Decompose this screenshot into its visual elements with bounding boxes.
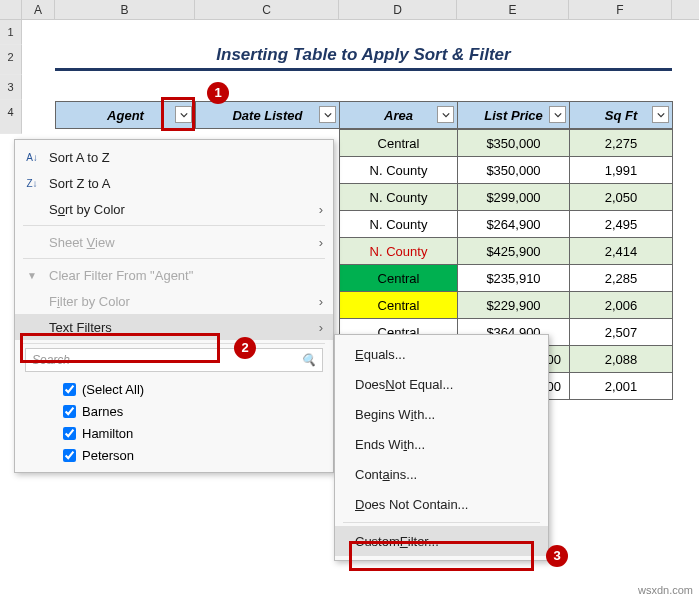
cell-price[interactable]: $299,000 <box>458 184 570 211</box>
header-area: Area <box>340 102 458 129</box>
table-row[interactable]: N. County$350,0001,991 <box>340 157 673 184</box>
page-title: Inserting Table to Apply Sort & Filter <box>55 45 672 71</box>
corner-cell[interactable] <box>0 0 22 19</box>
cell-sqft[interactable]: 2,006 <box>570 292 673 319</box>
cell-price[interactable]: $229,900 <box>458 292 570 319</box>
submenu-begins[interactable]: Begins With... <box>335 399 548 429</box>
cell-area[interactable]: N. County <box>340 238 458 265</box>
badge-3: 3 <box>546 545 568 567</box>
table-row[interactable]: Central$350,0002,275 <box>340 130 673 157</box>
col-header-a[interactable]: A <box>22 0 55 19</box>
cell-sqft[interactable]: 2,285 <box>570 265 673 292</box>
checkbox[interactable] <box>63 449 76 462</box>
check-select-all[interactable]: (Select All) <box>63 378 323 400</box>
check-label: Barnes <box>82 404 123 419</box>
table-row[interactable]: N. County$264,9002,495 <box>340 211 673 238</box>
cell-price[interactable]: $425,900 <box>458 238 570 265</box>
col-header-e[interactable]: E <box>457 0 569 19</box>
col-header-b[interactable]: B <box>55 0 195 19</box>
cell-price[interactable]: $235,910 <box>458 265 570 292</box>
table-row[interactable]: N. County$299,0002,050 <box>340 184 673 211</box>
col-header-c[interactable]: C <box>195 0 339 19</box>
submenu-ends[interactable]: Ends With... <box>335 429 548 459</box>
cell-price[interactable]: $264,900 <box>458 211 570 238</box>
filter-drop-date[interactable] <box>319 106 336 123</box>
menu-sort-za[interactable]: Z↓ Sort Z to A <box>15 170 333 196</box>
table-row[interactable]: Central$229,9002,006 <box>340 292 673 319</box>
filter-drop-sqft[interactable] <box>652 106 669 123</box>
col-header-d[interactable]: D <box>339 0 457 19</box>
menu-filter-color-label: Filter by Color <box>49 294 130 309</box>
cell-sqft[interactable]: 2,495 <box>570 211 673 238</box>
cell-sqft[interactable]: 2,275 <box>570 130 673 157</box>
chevron-right-icon: › <box>319 235 323 250</box>
cell-area[interactable]: N. County <box>340 211 458 238</box>
sort-az-icon: A↓ <box>23 148 41 166</box>
text-filters-submenu: Equals... Does Not Equal... Begins With.… <box>334 334 549 561</box>
row-header-2[interactable]: 2 <box>0 45 22 75</box>
row-header-1[interactable]: 1 <box>0 20 22 45</box>
cell-area[interactable]: N. County <box>340 157 458 184</box>
header-agent: Agent <box>56 102 196 129</box>
filter-drop-price[interactable] <box>549 106 566 123</box>
check-label: (Select All) <box>82 382 144 397</box>
row-header-4[interactable]: 4 <box>0 100 22 134</box>
checkbox[interactable] <box>63 383 76 396</box>
checkbox[interactable] <box>63 405 76 418</box>
header-date-label: Date Listed <box>232 108 302 123</box>
filter-drop-area[interactable] <box>437 106 454 123</box>
header-agent-label: Agent <box>107 108 144 123</box>
cell-sqft[interactable]: 2,088 <box>570 346 673 373</box>
menu-sort-az[interactable]: A↓ Sort A to Z <box>15 144 333 170</box>
cell-area[interactable]: N. County <box>340 184 458 211</box>
menu-text-filters-label: Text Filters <box>49 320 112 335</box>
check-agent-1[interactable]: Hamilton <box>63 422 323 444</box>
cell-price[interactable]: $350,000 <box>458 157 570 184</box>
submenu-equals[interactable]: Equals... <box>335 339 548 369</box>
menu-sort-color-label: Sort by Color <box>49 202 125 217</box>
check-agent-2[interactable]: Peterson <box>63 444 323 466</box>
header-sqft-label: Sq Ft <box>605 108 638 123</box>
table-row[interactable]: N. County$425,9002,414 <box>340 238 673 265</box>
submenu-contains[interactable]: Contains... <box>335 459 548 489</box>
menu-filter-color: Filter by Color › <box>15 288 333 314</box>
menu-text-filters[interactable]: Text Filters › <box>15 314 333 340</box>
header-price-label: List Price <box>484 108 543 123</box>
table-row[interactable]: Central$235,9102,285 <box>340 265 673 292</box>
menu-clear-filter: ▼ Clear Filter From "Agent" <box>15 262 333 288</box>
menu-separator <box>23 258 325 259</box>
header-date: Date Listed <box>196 102 340 129</box>
chevron-right-icon: › <box>319 294 323 309</box>
cell-area[interactable]: Central <box>340 265 458 292</box>
menu-sheet-view: Sheet View › <box>15 229 333 255</box>
cell-sqft[interactable]: 2,050 <box>570 184 673 211</box>
header-price: List Price <box>458 102 570 129</box>
check-label: Peterson <box>82 448 134 463</box>
cell-sqft[interactable]: 2,414 <box>570 238 673 265</box>
cell-sqft[interactable]: 1,991 <box>570 157 673 184</box>
filter-search-input[interactable]: Search 🔍 <box>25 348 323 372</box>
cell-price[interactable]: $350,000 <box>458 130 570 157</box>
cell-area[interactable]: Central <box>340 130 458 157</box>
check-label: Hamilton <box>82 426 133 441</box>
row-header-3[interactable]: 3 <box>0 75 22 100</box>
checkbox[interactable] <box>63 427 76 440</box>
filter-context-menu: A↓ Sort A to Z Z↓ Sort Z to A Sort by Co… <box>14 139 334 473</box>
check-agent-0[interactable]: Barnes <box>63 400 323 422</box>
submenu-not-equal[interactable]: Does Not Equal... <box>335 369 548 399</box>
chevron-right-icon: › <box>319 202 323 217</box>
menu-separator <box>23 225 325 226</box>
col-header-f[interactable]: F <box>569 0 672 19</box>
menu-sort-color[interactable]: Sort by Color › <box>15 196 333 222</box>
submenu-custom-filter[interactable]: Custom Filter... <box>335 526 548 556</box>
cell-sqft[interactable]: 2,001 <box>570 373 673 400</box>
cell-sqft[interactable]: 2,507 <box>570 319 673 346</box>
filter-drop-agent[interactable] <box>175 106 192 123</box>
menu-clear-filter-label: Clear Filter From "Agent" <box>49 268 193 283</box>
cell-area[interactable]: Central <box>340 292 458 319</box>
submenu-not-contain[interactable]: Does Not Contain... <box>335 489 548 519</box>
chevron-right-icon: › <box>319 320 323 335</box>
header-area-label: Area <box>384 108 413 123</box>
clear-filter-icon: ▼ <box>23 266 41 284</box>
filter-checklist: (Select All) Barnes Hamilton Peterson <box>15 376 333 468</box>
